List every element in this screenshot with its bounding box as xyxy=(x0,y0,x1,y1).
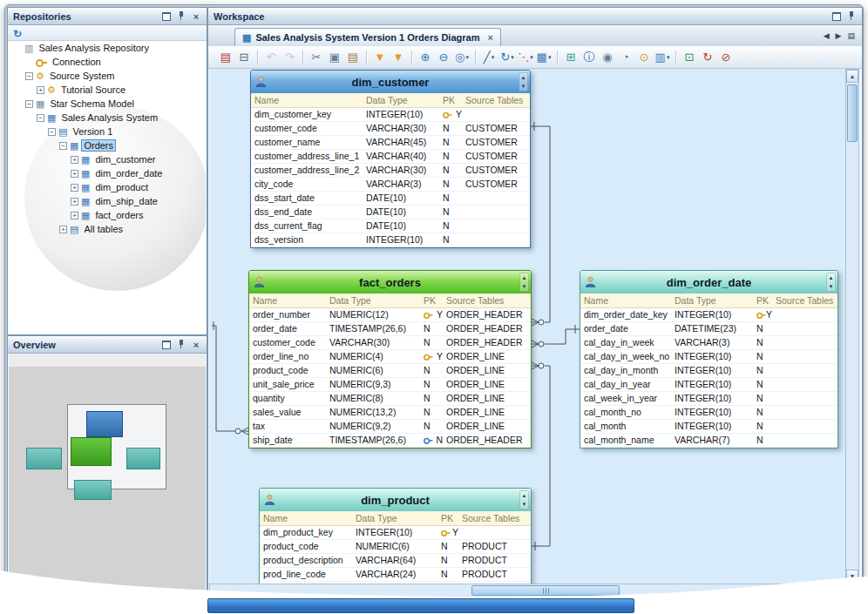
tree-item-sales-analysis-repository[interactable]: ▥Sales Analysis Repository xyxy=(9,41,206,55)
print-icon[interactable]: ⊟ xyxy=(235,49,253,66)
export-report-icon[interactable]: ▤ xyxy=(217,49,234,66)
entity-row-tax[interactable]: taxNUMERIC(9,2)NORDER_LINE xyxy=(249,420,531,434)
entity-row-customer_address_line_1[interactable]: customer_address_line_1VARCHAR(40)NCUSTO… xyxy=(251,150,530,164)
repositories-titlebar[interactable]: Repositories × xyxy=(8,8,207,25)
float-window-icon[interactable] xyxy=(161,11,172,22)
workspace-titlebar[interactable]: Workspace xyxy=(208,8,862,25)
pin-icon[interactable] xyxy=(176,340,186,350)
expand-icon[interactable]: + xyxy=(59,226,67,233)
expand-icon[interactable]: + xyxy=(37,86,44,94)
tree-item-source-system[interactable]: −⚙Source System xyxy=(9,69,206,83)
expand-icon[interactable]: + xyxy=(71,184,78,192)
zoom-level-icon[interactable]: ◎▾ xyxy=(453,49,471,66)
tree-item-orders[interactable]: −▦Orders xyxy=(9,138,206,152)
tab-orders-diagram[interactable]: ▦ Sales Analysis System Version 1 Orders… xyxy=(234,28,501,46)
entity-row-cal_month_no[interactable]: cal_month_noINTEGER(10)N xyxy=(580,406,837,420)
entity-dim_product[interactable]: dim_product▲▼NameData TypePKSource Table… xyxy=(259,488,532,584)
find-key-icon[interactable]: ⊙ xyxy=(635,49,653,66)
entity-row-product_code[interactable]: product_codeNUMERIC(6)NORDER_LINE xyxy=(249,364,531,378)
zoom-out-icon[interactable]: ⊖ xyxy=(435,49,452,66)
entity-row-cal_day_in_week[interactable]: cal_day_in_weekVARCHAR(3)N xyxy=(580,336,837,350)
collapse-icon[interactable]: − xyxy=(25,100,33,108)
tab-scroll-left-icon[interactable]: ◀ xyxy=(824,31,830,40)
entity-row-dss_current_flag[interactable]: dss_current_flagDATE(10)N xyxy=(251,219,530,233)
scroll-up-icon[interactable]: ▲ xyxy=(846,70,858,83)
tree-item-fact-orders[interactable]: +▦fact_orders xyxy=(9,208,206,222)
entity-row-dim_customer_key[interactable]: dim_customer_keyINTEGER(10)Y xyxy=(251,108,530,122)
tree-item-version-1[interactable]: −▤Version 1 xyxy=(9,125,206,138)
expand-icon[interactable]: + xyxy=(71,170,78,178)
horizontal-scrollbar-thumb[interactable] xyxy=(471,585,620,596)
entity-scroll-up-icon[interactable]: ▲ xyxy=(522,493,527,498)
scroll-down-icon[interactable]: ▼ xyxy=(846,570,858,583)
entity-scroll-down-icon[interactable]: ▼ xyxy=(521,84,526,89)
vertical-scrollbar[interactable]: ▲ ▼ xyxy=(845,69,859,584)
undo-icon[interactable]: ↶ xyxy=(262,49,280,66)
tree-item-all-tables[interactable]: +▤All tables xyxy=(9,222,206,236)
dropdown-arrow-icon[interactable]: ▾ xyxy=(530,54,533,61)
entity-row-cal_day_in_year[interactable]: cal_day_in_yearINTEGER(10)N xyxy=(580,378,837,392)
entity-scroll-down-icon[interactable]: ▼ xyxy=(829,284,834,289)
move-down-all-icon[interactable]: ▼ xyxy=(390,49,407,66)
vertical-scrollbar-thumb[interactable] xyxy=(847,84,858,142)
overview-titlebar[interactable]: Overview × xyxy=(8,336,207,354)
entity-row-order_date[interactable]: order_dateDATETIME(23)N xyxy=(580,322,837,336)
collapse-icon[interactable]: − xyxy=(25,72,33,80)
entity-row-cal_week_in_year[interactable]: cal_week_in_yearINTEGER(10)N xyxy=(580,392,837,406)
validate-icon[interactable]: ↻ xyxy=(699,49,716,66)
tree-item-dim-order-date[interactable]: +▦dim_order_date xyxy=(9,166,206,180)
pan-icon[interactable]: ◉ xyxy=(599,49,616,66)
dropdown-arrow-icon[interactable]: ▾ xyxy=(548,54,552,61)
entity-dim_customer[interactable]: dim_customer▲▼NameData TypePKSource Tabl… xyxy=(250,70,531,248)
close-icon[interactable]: × xyxy=(191,11,201,22)
tree-item-dim-customer[interactable]: +▦dim_customer xyxy=(9,152,206,166)
entity-scroll-down-icon[interactable]: ▼ xyxy=(522,284,527,289)
zoom-in-icon[interactable]: ⊕ xyxy=(417,49,434,66)
dropdown-arrow-icon[interactable]: ▾ xyxy=(465,54,469,61)
cut-icon[interactable]: ✂ xyxy=(308,49,325,66)
pin-icon[interactable] xyxy=(846,11,857,22)
tab-scroll-right-icon[interactable]: ▶ xyxy=(836,31,842,40)
entity-row-customer_address_line_2[interactable]: customer_address_line_2VARCHAR(30)NCUSTO… xyxy=(251,164,530,178)
tree-item-dim-ship-date[interactable]: +▦dim_ship_date xyxy=(9,194,206,208)
add-table-icon[interactable]: ▦▾ xyxy=(535,49,553,66)
entity-scroll-up-icon[interactable]: ▲ xyxy=(829,275,834,280)
entity-row-dss_start_date[interactable]: dss_start_dateDATE(10)N xyxy=(251,192,530,206)
entity-row-prod_line_code[interactable]: prod_line_codeVARCHAR(24)NPRODUCT xyxy=(260,568,531,582)
overview-minimap[interactable] xyxy=(9,354,206,597)
entity-row-quantity[interactable]: quantityNUMERIC(8)NORDER_LINE xyxy=(249,392,531,406)
diagram-canvas[interactable]: dim_customer▲▼NameData TypePKSource Tabl… xyxy=(209,69,845,584)
relationship-customer-line[interactable] xyxy=(531,126,550,322)
line-tool-icon[interactable]: ╱▾ xyxy=(480,49,498,66)
entity-row-dss_version[interactable]: dss_versionINTEGER(10)N xyxy=(251,233,530,247)
paste-icon[interactable]: ▤ xyxy=(344,49,362,66)
world-icon[interactable]: ◔ xyxy=(617,49,634,66)
entity-row-cal_month[interactable]: cal_monthINTEGER(10)N xyxy=(580,420,837,434)
entity-row-product_description[interactable]: product_descriptionVARCHAR(64)NPRODUCT xyxy=(260,554,531,568)
entity-row-customer_name[interactable]: customer_nameVARCHAR(45)NCUSTOMER xyxy=(251,136,530,150)
fit-diagram-icon[interactable]: ⊡ xyxy=(681,49,698,66)
entity-row-customer_code[interactable]: customer_codeVARCHAR(30)NCUSTOMER xyxy=(251,122,530,136)
dropdown-arrow-icon[interactable]: ▾ xyxy=(511,54,514,61)
entity-header[interactable]: dim_customer▲▼ xyxy=(251,71,530,93)
dropdown-arrow-icon[interactable]: ▾ xyxy=(492,54,495,61)
tree-item-connection[interactable]: Connection xyxy=(9,55,206,69)
stop-icon[interactable]: ⊘ xyxy=(717,49,735,66)
entity-row-dss_end_date[interactable]: dss_end_dateDATE(10)N xyxy=(251,206,530,219)
entity-scroll-up-icon[interactable]: ▲ xyxy=(521,75,526,80)
entity-row-dim_order_date_key[interactable]: dim_order_date_keyINTEGER(10)Y xyxy=(580,308,837,322)
tree-item-sales-analysis-system[interactable]: −▦Sales Analysis System xyxy=(9,111,206,125)
add-relationship-icon[interactable]: ⋱▾ xyxy=(517,49,534,66)
entity-scroll-up-icon[interactable]: ▲ xyxy=(522,275,527,280)
expand-icon[interactable]: + xyxy=(71,212,78,219)
refresh-diagram-icon[interactable]: ↻▾ xyxy=(498,49,516,66)
refresh-icon[interactable]: ↻ xyxy=(13,27,22,41)
entity-header[interactable]: dim_product▲▼ xyxy=(260,489,531,511)
float-window-icon[interactable] xyxy=(161,340,172,350)
entity-header[interactable]: dim_order_date▲▼ xyxy=(580,271,837,294)
move-down-icon[interactable]: ▼ xyxy=(371,49,389,66)
relationship-order-date-line[interactable] xyxy=(545,329,580,344)
relationship-ship-date-line[interactable] xyxy=(212,326,235,431)
entity-row-order_line_no[interactable]: order_line_noNUMERIC(4)YORDER_LINE xyxy=(249,350,531,364)
tree-item-dim-product[interactable]: +▦dim_product xyxy=(9,180,206,194)
